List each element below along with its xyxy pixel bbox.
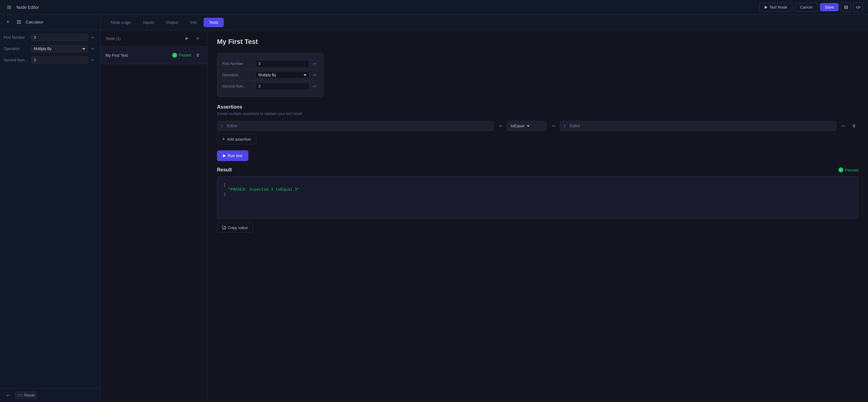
- assertion-right-editor[interactable]: ƒ Editor: [560, 121, 836, 131]
- result-label: Result: [24, 393, 34, 397]
- trash-icon: [196, 53, 199, 57]
- svg-text:ƒ: ƒ: [564, 124, 566, 128]
- cancel-button[interactable]: Cancel: [795, 3, 817, 11]
- test-inputs-card: First Number ✏ Operation Multiply By ✏ S: [217, 53, 324, 97]
- sidebar-title: Calculator: [26, 20, 43, 24]
- content-area: Tests (1) + My First Test ✓ Passed: [100, 30, 868, 402]
- output-arrow-icon[interactable]: ↩: [4, 391, 12, 400]
- run-test-label: Run test: [228, 153, 242, 158]
- run-all-tests-icon[interactable]: [183, 34, 191, 43]
- assertions-title: Assertions: [217, 104, 858, 110]
- operation-edit-icon[interactable]: ✏: [89, 45, 97, 53]
- play-icon: [765, 6, 768, 9]
- tests-list: Tests (1) + My First Test ✓ Passed: [100, 30, 207, 402]
- result-badge: 123 Result: [14, 392, 37, 399]
- delete-test-icon[interactable]: [193, 51, 202, 59]
- sidebar-output: ↩ 123 Result: [0, 388, 100, 402]
- tabs-left: Node Logic Inputs Output Info Tests: [105, 18, 224, 27]
- card-first-edit-icon[interactable]: ✏: [311, 60, 318, 67]
- result-section: Result ✓ Passed [ "PASSED: Expected 3 to…: [217, 167, 858, 233]
- svg-rect-13: [197, 54, 198, 54]
- save-button[interactable]: Save: [820, 3, 839, 11]
- svg-rect-11: [197, 55, 199, 57]
- card-first-input[interactable]: [256, 60, 309, 67]
- collapse-icon[interactable]: ▼: [4, 18, 12, 26]
- card-operation-select[interactable]: Multiply By: [256, 71, 309, 79]
- top-bar: Node Editor Test Node Cancel Save: [0, 0, 868, 15]
- svg-rect-1: [7, 7, 11, 8]
- run-test-button[interactable]: Run test: [217, 150, 248, 161]
- assertion-right-edit-icon[interactable]: ✏: [840, 122, 847, 130]
- assertion-operator-edit-icon[interactable]: ✏: [550, 122, 557, 130]
- test-detail-title: My First Test: [217, 38, 858, 46]
- function-icon: ƒ: [221, 124, 225, 128]
- card-second-input[interactable]: [256, 83, 309, 90]
- right-editor-label: Editor: [570, 123, 580, 128]
- operator-label: toEqual: [511, 123, 524, 128]
- operation-label: Operation: [4, 47, 31, 51]
- svg-rect-2: [7, 8, 11, 9]
- right-panel: Node Logic Inputs Output Info Tests Test…: [100, 15, 868, 402]
- test-status-passed: ✓ Passed: [172, 53, 191, 58]
- right-function-icon: ƒ: [564, 124, 567, 128]
- code-view-icon[interactable]: [854, 2, 863, 12]
- copy-value-button[interactable]: Copy value: [217, 223, 253, 233]
- copy-icon: [222, 226, 226, 230]
- test-node-button[interactable]: Test Node: [760, 3, 793, 11]
- svg-rect-18: [853, 125, 855, 127]
- grid-icon[interactable]: [14, 18, 23, 26]
- sidebar-header: ▼ Calculator: [0, 15, 100, 30]
- second-number-label: Second Num...: [4, 58, 31, 62]
- tab-tests[interactable]: Tests: [204, 18, 224, 27]
- top-bar-title: Node Editor: [17, 5, 39, 10]
- assertion-operator-select[interactable]: toEqual: [507, 121, 547, 131]
- field-row-second-number: Second Num... ✏: [2, 55, 98, 66]
- add-test-icon[interactable]: +: [193, 34, 202, 43]
- second-number-input[interactable]: [31, 56, 88, 64]
- card-second-edit-icon[interactable]: ✏: [311, 83, 318, 90]
- play-all-icon: [186, 37, 188, 40]
- test-item[interactable]: My First Test ✓ Passed: [100, 47, 207, 64]
- copy-value-label: Copy value: [228, 225, 248, 230]
- card-field-second-number: Second Num... ✏: [222, 81, 318, 92]
- svg-rect-9: [19, 22, 21, 24]
- tab-node-logic[interactable]: Node Logic: [105, 18, 136, 27]
- assertion-left-editor[interactable]: ƒ Editor: [217, 121, 493, 131]
- test-item-name: My First Test: [105, 53, 172, 58]
- tests-header-actions: +: [183, 34, 202, 43]
- result-status-label: Passed: [845, 168, 858, 172]
- split-view-icon[interactable]: [841, 2, 851, 12]
- card-operation-edit-icon[interactable]: ✏: [311, 71, 318, 79]
- delete-assertion-button[interactable]: [850, 122, 858, 130]
- svg-marker-14: [304, 75, 307, 76]
- tests-header-title: Tests (1): [105, 36, 121, 41]
- add-assertion-button[interactable]: + Add assertion: [217, 134, 256, 144]
- second-number-edit-icon[interactable]: ✏: [89, 56, 97, 64]
- test-detail: My First Test First Number ✏ Operation M…: [207, 30, 868, 402]
- field-row-first-number: First Number ✏: [2, 32, 98, 43]
- top-bar-actions: Test Node Cancel Save: [760, 2, 863, 12]
- main-layout: ▼ Calculator First Number ✏ Operation: [0, 15, 868, 402]
- card-second-label: Second Num...: [222, 84, 256, 88]
- svg-marker-16: [527, 125, 530, 127]
- result-check-icon: ✓: [838, 168, 843, 172]
- assertion-left-edit-icon[interactable]: ✏: [497, 122, 504, 130]
- left-editor-label: Editor: [227, 123, 238, 128]
- tab-info[interactable]: Info: [185, 18, 203, 27]
- result-header: Result ✓ Passed: [217, 167, 858, 173]
- svg-line-5: [858, 6, 859, 9]
- first-number-input[interactable]: [31, 34, 88, 41]
- first-number-label: First Number: [4, 35, 31, 40]
- card-operation-label: Operation: [222, 73, 256, 77]
- svg-rect-12: [196, 54, 199, 55]
- assertion-row: ƒ Editor ✏ toEqual ✏ ƒ: [217, 121, 858, 131]
- tab-inputs[interactable]: Inputs: [138, 18, 159, 27]
- result-code-block: [ "PASSED: Expected 3 toEqual 3" ]: [217, 176, 858, 219]
- tabs-bar: Node Logic Inputs Output Info Tests: [100, 15, 868, 30]
- first-number-edit-icon[interactable]: ✏: [89, 34, 97, 41]
- tab-output[interactable]: Output: [161, 18, 184, 27]
- menu-button[interactable]: [5, 3, 13, 11]
- operation-select[interactable]: Multiply By: [31, 45, 88, 53]
- card-first-label: First Number: [222, 62, 256, 66]
- svg-rect-19: [852, 125, 856, 125]
